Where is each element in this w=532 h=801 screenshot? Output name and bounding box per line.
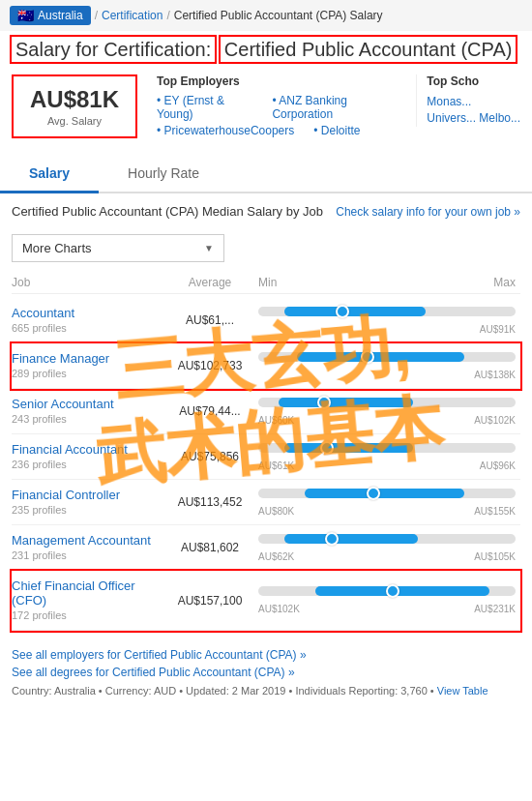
dropdown-row: More Charts ▼ [12, 234, 520, 262]
job-title-link[interactable]: Financial Controller [12, 488, 166, 502]
col-header-min: Min [258, 276, 277, 289]
bar-container [258, 398, 516, 411]
dropdown-value: More Charts [22, 241, 92, 255]
job-bar-section: AU$138K [253, 352, 520, 380]
job-title-link[interactable]: Finance Manager [12, 351, 166, 366]
bar-fill [305, 489, 464, 498]
bar-min-label: AU$60K [258, 415, 294, 426]
bar-container [258, 489, 516, 502]
employers-list: EY (Ernst & Young) ANZ Banking Corporati… [157, 94, 397, 137]
check-salary-link[interactable]: Check salary info for your own job » [336, 205, 520, 219]
bar-labels: AU$80K AU$155K [258, 506, 516, 517]
bar-min-label: AU$61K [258, 460, 294, 471]
bar-fill [297, 352, 464, 362]
breadcrumb-australia[interactable]: 🇦🇺 Australia [10, 6, 91, 25]
bar-max-label: AU$155K [474, 506, 516, 517]
page-title: Salary for Certification: Certified Publ… [12, 39, 520, 61]
tab-hourly-rate[interactable]: Hourly Rate [99, 156, 228, 193]
footer-link-employers[interactable]: See all employers for Certified Public A… [12, 648, 520, 662]
job-info: Management Accountant 231 profiles [12, 533, 166, 562]
bar-labels: AU$91K [258, 324, 516, 335]
col-header-job: Job [12, 276, 166, 289]
tabs-section: Salary Hourly Rate [0, 156, 532, 193]
table-header: Job Average Min Max [12, 272, 520, 294]
bar-container [258, 307, 516, 320]
table-row: Chief Financial Officer (CFO) 172 profil… [12, 571, 520, 631]
page-title-highlight: Certified Public Accountant (CPA) [221, 37, 517, 62]
employer-ey[interactable]: EY (Ernst & Young) [157, 94, 252, 121]
bar-fill [279, 398, 412, 407]
job-avg: AU$79,44... [166, 404, 253, 418]
bar-min-label: AU$62K [258, 551, 294, 562]
job-avg: AU$157,100 [166, 594, 253, 608]
breadcrumb-sep1: / [95, 9, 98, 22]
footer-links: See all employers for Certified Public A… [0, 640, 532, 704]
job-info: Senior Accountant 243 profiles [12, 397, 166, 426]
breadcrumb-certification[interactable]: Certification [102, 9, 163, 22]
col-header-max: Max [493, 276, 516, 289]
employer-deloitte[interactable]: Deloitte [313, 124, 360, 137]
job-info: Finance Manager 289 profiles [12, 351, 166, 380]
bar-track [258, 307, 516, 316]
job-bar-section: AU$61K AU$96K [253, 443, 520, 471]
job-bar-section: AU$80K AU$155K [253, 489, 520, 517]
job-title-link[interactable]: Management Accountant [12, 533, 166, 548]
bar-labels: AU$60K AU$102K [258, 415, 516, 426]
job-title-link[interactable]: Financial Accountant [12, 442, 166, 457]
job-avg: AU$75,856 [166, 450, 253, 463]
job-profiles: 243 profiles [12, 413, 67, 425]
job-bar-section: AU$60K AU$102K [253, 398, 520, 426]
job-avg: AU$61,... [166, 313, 253, 327]
bar-fill [284, 534, 418, 544]
bar-dot [367, 487, 380, 500]
job-info: Chief Financial Officer (CFO) 172 profil… [12, 578, 166, 622]
bar-track [258, 443, 516, 453]
job-profiles: 172 profiles [12, 609, 67, 621]
school-link-2[interactable]: Univers... Melbo... [427, 110, 520, 127]
job-title-link[interactable]: Accountant [12, 306, 166, 320]
bar-max-label: AU$105K [474, 551, 516, 562]
employer-anz[interactable]: ANZ Banking Corporation [272, 94, 397, 121]
table-row: Senior Accountant 243 profiles AU$79,44.… [12, 389, 520, 434]
bar-max-label: AU$91K [480, 324, 516, 335]
bar-labels: AU$102K AU$231K [258, 604, 516, 614]
bar-track [258, 534, 516, 544]
job-avg: AU$102,733 [166, 359, 253, 372]
footer-link-degrees[interactable]: See all degrees for Certified Public Acc… [12, 666, 520, 679]
bar-labels: AU$61K AU$96K [258, 460, 516, 471]
bar-labels: AU$62K AU$105K [258, 551, 516, 562]
table-row: Accountant 665 profiles AU$61,... AU$91K [12, 298, 520, 343]
bar-max-label: AU$231K [474, 604, 516, 614]
job-info: Accountant 665 profiles [12, 306, 166, 335]
tab-salary[interactable]: Salary [0, 156, 99, 193]
salary-label: Avg. Salary [29, 115, 120, 127]
more-charts-dropdown[interactable]: More Charts ▼ [12, 234, 224, 262]
employer-pwc[interactable]: PricewaterhouseCoopers [157, 124, 294, 137]
table-row: Financial Accountant 236 profiles AU$75,… [12, 434, 520, 480]
employers-section: Top Employers EY (Ernst & Young) ANZ Ban… [157, 74, 397, 137]
bar-fill [315, 586, 490, 596]
breadcrumb-current: Certified Public Accountant (CPA) Salary [174, 9, 383, 22]
job-title-link[interactable]: Chief Financial Officer (CFO) [12, 578, 166, 608]
bar-container [258, 443, 516, 457]
bar-dot [325, 532, 339, 546]
school-link-1[interactable]: Monas... [427, 94, 520, 110]
bar-max-label: AU$96K [480, 460, 516, 471]
salary-box: AU$81K Avg. Salary [12, 74, 137, 138]
breadcrumb-sep2: / [166, 9, 169, 22]
employers-title: Top Employers [157, 74, 397, 88]
job-title-link[interactable]: Senior Accountant [12, 397, 166, 411]
job-profiles: 665 profiles [12, 322, 67, 334]
main-content: Check salary info for your own job » Cer… [0, 193, 532, 640]
breadcrumb: 🇦🇺 Australia / Certification / Certified… [0, 0, 532, 31]
bar-container [258, 352, 516, 366]
schools-title: Top Scho [427, 74, 520, 88]
bar-track [258, 398, 516, 407]
bar-fill [284, 443, 413, 453]
view-table-link[interactable]: View Table [437, 685, 488, 697]
job-rows-container: Accountant 665 profiles AU$61,... AU$91K [12, 298, 520, 631]
footer-meta: Country: Australia • Currency: AUD • Upd… [12, 685, 520, 697]
bar-dot [361, 350, 374, 364]
table-row: Financial Controller 235 profiles AU$113… [12, 480, 520, 525]
job-profiles: 289 profiles [12, 368, 67, 379]
